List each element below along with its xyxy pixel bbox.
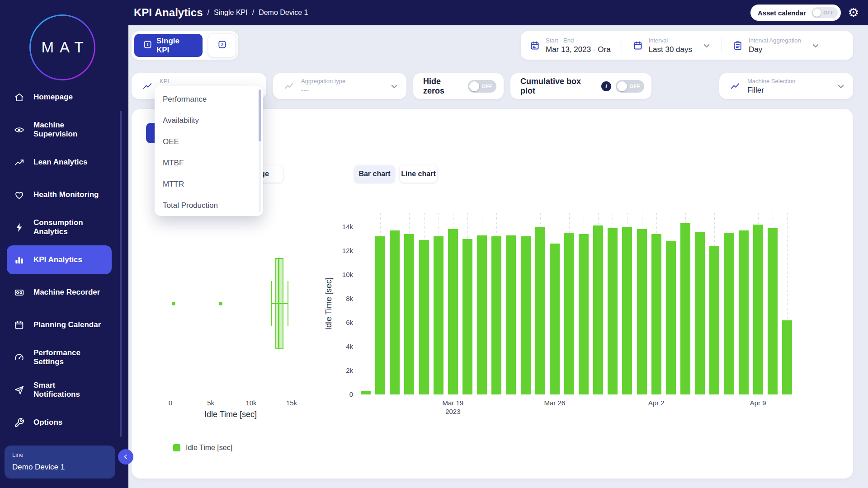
gridline — [366, 213, 366, 394]
single-kpi-button[interactable]: 1 Single KPI — [134, 34, 203, 57]
box-whisker-cap — [288, 281, 288, 326]
calendar-icon — [14, 320, 24, 330]
breadcrumb-item-single-kpi[interactable]: Single KPI — [214, 9, 248, 17]
box-plot-area: 05k10k15k — [158, 213, 310, 394]
bar — [390, 230, 400, 394]
bar — [608, 228, 618, 394]
kpi-option-mttr[interactable]: MTTR — [155, 174, 263, 195]
box-iqr — [275, 258, 283, 349]
chevron-down-icon[interactable] — [811, 42, 820, 50]
asset-calendar-label: Asset calendar — [758, 9, 806, 17]
asset-calendar-toggle[interactable]: OFF — [811, 7, 838, 18]
kpi-option-oee[interactable]: OEE — [155, 131, 263, 152]
chevron-down-icon[interactable] — [390, 82, 398, 90]
bolt-icon — [14, 222, 24, 233]
bar — [419, 240, 429, 394]
sidebar-item-health-monitoring[interactable]: Health Monitoring — [0, 178, 128, 211]
bar-x-tick-label: Mar 26 — [537, 399, 573, 407]
sidebar-item-consumption-analytics[interactable]: Consumption Analytics — [0, 211, 128, 244]
start-end-picker[interactable]: Start - End Mar 13, 2023 - Ora — [530, 37, 611, 54]
bar — [521, 236, 531, 394]
bar — [404, 234, 414, 394]
sidebar-item-options[interactable]: Options — [0, 406, 128, 439]
device-name: Demo Device 1 — [12, 463, 65, 472]
sidebar-nav: Homepage Machine Supervision Lean Analyt… — [0, 81, 128, 439]
sidebar-item-planning-calendar[interactable]: Planning Calendar — [0, 309, 128, 341]
machine-selection-select[interactable]: Machine Selection Filler — [719, 73, 853, 99]
sidebar: MAT Homepage Machine Supervision Lean An… — [0, 0, 128, 488]
chart-legend[interactable]: Idle Time [sec] — [173, 444, 232, 452]
cumulative-box-plot-label: Cumulative box plot — [520, 77, 597, 96]
breadcrumb-separator: / — [208, 9, 209, 17]
bar — [695, 232, 705, 394]
cumulative-box-plot-toggle[interactable]: OFF — [616, 80, 644, 93]
multi-kpi-button[interactable]: 2 — [208, 34, 236, 57]
bar-x-tick-label: Mar 192023 — [435, 399, 471, 415]
kpi-option-total-production[interactable]: Total Production — [155, 195, 263, 216]
chevron-down-icon[interactable] — [703, 42, 711, 50]
interval-aggregation-select[interactable]: Interval Aggregation Day — [733, 37, 820, 54]
bar — [375, 236, 385, 394]
bar-y-tick-label: 12k — [333, 247, 353, 254]
gear-icon[interactable]: ⚙ — [848, 7, 859, 19]
page-title: KPI Analytics — [134, 6, 203, 19]
hide-zeros-toggle[interactable]: OFF — [468, 80, 496, 93]
sidebar-item-machine-supervision[interactable]: Machine Supervision — [0, 113, 128, 146]
interval-select[interactable]: Interval Last 30 days — [633, 37, 711, 54]
kpi-option-availability[interactable]: Availability — [155, 110, 263, 131]
chart-line-icon — [730, 81, 740, 91]
sidebar-item-machine-recorder[interactable]: Machine Recorder — [0, 276, 128, 309]
chart-line-icon — [142, 81, 152, 91]
trend-up-icon — [14, 157, 24, 168]
home-icon — [14, 92, 24, 103]
calendar-icon — [530, 41, 540, 51]
machine-selection-value: Filler — [747, 86, 795, 95]
breadcrumb-separator: / — [252, 9, 254, 17]
bar-y-tick-label: 6k — [333, 319, 353, 326]
box-x-tick-label: 0 — [152, 399, 189, 407]
send-icon — [14, 385, 24, 395]
bar-plot-area: 02k4k6k8k10k12k14kMar 192023Mar 26Apr 2A… — [359, 213, 794, 394]
sidebar-item-homepage[interactable]: Homepage — [0, 81, 128, 113]
wrench-icon — [14, 418, 24, 428]
kpi-select-label: KPI — [160, 78, 169, 84]
line-chart-tab[interactable]: Line chart — [400, 165, 437, 183]
info-icon[interactable]: i — [601, 81, 611, 91]
bar — [622, 227, 632, 394]
sidebar-item-performance-settings[interactable]: Performance Settings — [0, 341, 128, 374]
device-selector-card[interactable]: Line Demo Device 1 — [5, 446, 115, 479]
bar — [564, 233, 574, 394]
kpi-option-performance[interactable]: Performance — [155, 89, 263, 110]
bar — [477, 235, 487, 394]
recorder-icon — [14, 287, 24, 298]
breadcrumb-item-device[interactable]: Demo Device 1 — [259, 9, 308, 17]
breadcrumb: KPI Analytics / Single KPI / Demo Device… — [134, 0, 308, 25]
bar — [448, 229, 458, 394]
toolbar-row: 1 Single KPI 2 Start - End Mar 13, 2023 … — [132, 31, 853, 60]
multi-kpi-icon: 2 — [218, 40, 226, 51]
start-end-value: Mar 13, 2023 - Ora — [546, 45, 611, 54]
dropdown-scrollbar-thumb[interactable] — [259, 89, 261, 141]
divider — [622, 38, 622, 53]
sidebar-collapse-button[interactable] — [118, 449, 133, 465]
toggle-state-label: OFF — [823, 10, 834, 15]
sidebar-item-lean-analytics[interactable]: Lean Analytics — [0, 146, 128, 178]
header: KPI Analytics / Single KPI / Demo Device… — [0, 0, 868, 25]
bar-chart-tab[interactable]: Bar chart — [354, 165, 395, 183]
bar-x-tick-label: Apr 9 — [740, 399, 776, 407]
sidebar-item-kpi-analytics[interactable]: KPI Analytics — [0, 244, 128, 276]
bar — [361, 391, 371, 394]
bar — [434, 236, 443, 394]
single-kpi-icon: 1 — [143, 40, 152, 51]
asset-calendar-pill[interactable]: Asset calendar OFF — [750, 5, 841, 21]
bar — [637, 229, 647, 394]
hide-zeros-label: Hide zeros — [423, 77, 463, 96]
chevron-down-icon[interactable] — [837, 82, 845, 90]
toggle-knob — [617, 81, 627, 91]
aggregation-type-select[interactable]: Aggregation type --- — [273, 73, 406, 99]
bar — [739, 230, 749, 394]
bar — [462, 239, 472, 394]
sidebar-item-smart-notifications[interactable]: Smart Notifications — [0, 374, 128, 406]
kpi-option-mtbf[interactable]: MTBF — [155, 152, 263, 174]
sidebar-scrollbar[interactable] — [120, 111, 122, 437]
